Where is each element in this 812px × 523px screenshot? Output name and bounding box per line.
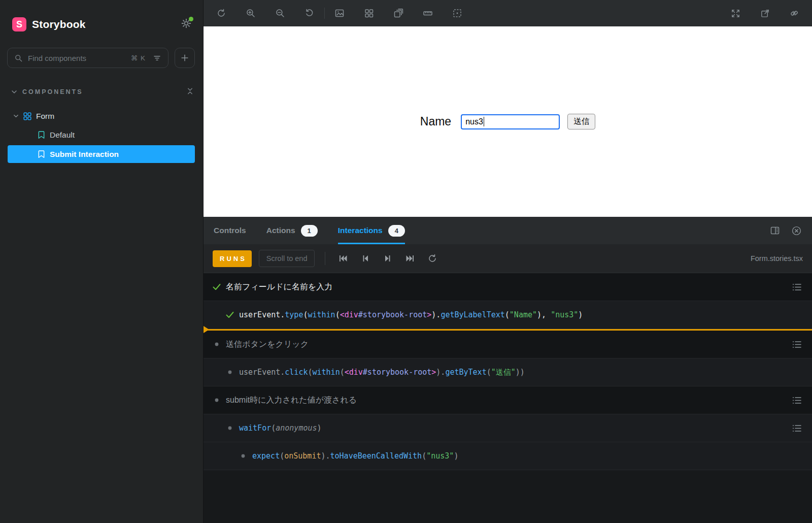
- open-new-tab-button[interactable]: [756, 5, 773, 22]
- chevron-down-icon: [13, 113, 19, 119]
- filter-icon[interactable]: [153, 54, 161, 62]
- components-section-header[interactable]: COMPONENTS: [11, 87, 194, 96]
- fullscreen-icon: [731, 9, 740, 18]
- interaction-row[interactable]: userEvent.type(within(<div#storybook-roo…: [204, 301, 812, 329]
- text-caret: [484, 117, 485, 126]
- backgrounds-icon: [334, 8, 345, 18]
- outline-icon: [452, 8, 462, 18]
- skip-to-end-icon: [405, 253, 415, 264]
- name-input-value: nus3: [465, 117, 483, 126]
- interaction-row[interactable]: 送信ボタンをクリック: [204, 331, 812, 358]
- sidebar-item-default[interactable]: Default: [0, 125, 203, 144]
- interaction-code: expect(onSubmit).toHaveBeenCalledWith("n…: [252, 451, 458, 461]
- tab-interactions[interactable]: Interactions 4: [338, 217, 405, 244]
- interaction-code: waitFor(anonymous): [239, 423, 322, 433]
- add-button[interactable]: [175, 48, 195, 68]
- outline-button[interactable]: [449, 5, 466, 22]
- collapse-icon: [186, 87, 194, 95]
- pending-dot-icon: [238, 451, 248, 461]
- tree-item-label: Form: [36, 112, 54, 121]
- main-area: Name nus3 送信 Controls Actions 1 Intera: [203, 0, 812, 523]
- tab-actions[interactable]: Actions 1: [266, 217, 318, 244]
- zoom-in-icon: [246, 8, 256, 18]
- interaction-row[interactable]: userEvent.click(within(<div#storybook-ro…: [204, 358, 812, 386]
- grid-button[interactable]: [360, 5, 378, 22]
- close-panel-button[interactable]: [791, 225, 802, 236]
- toolbar-divider: [325, 252, 325, 265]
- pending-dot-icon: [212, 395, 222, 405]
- component-grid-icon: [23, 112, 31, 120]
- go-to-start-button[interactable]: [335, 251, 351, 266]
- zoom-reset-icon: [304, 8, 315, 18]
- interactions-list: 名前フィールドに名前を入力userEvent.type(within(<div#…: [204, 273, 812, 470]
- search-icon: [14, 54, 23, 62]
- interaction-label: submit時に入力された値が渡される: [226, 395, 357, 406]
- runs-status-badge: RUNS: [213, 250, 252, 267]
- interaction-row[interactable]: submit時に入力された値が渡される: [204, 386, 812, 414]
- interactions-toolbar: RUNS Scroll to end: [204, 244, 812, 273]
- go-forward-button[interactable]: [380, 251, 395, 266]
- storybook-logo[interactable]: S: [12, 17, 26, 31]
- row-menu-button[interactable]: [792, 424, 802, 432]
- bookmark-icon: [38, 130, 45, 139]
- fullscreen-button[interactable]: [727, 5, 744, 22]
- go-to-end-button[interactable]: [402, 251, 418, 266]
- search-row: Find components ⌘ K: [7, 48, 195, 68]
- measure-button[interactable]: [419, 5, 436, 22]
- interaction-row[interactable]: waitFor(anonymous): [204, 414, 812, 442]
- check-icon: [212, 282, 222, 292]
- row-menu-button[interactable]: [792, 397, 802, 404]
- section-title: COMPONENTS: [22, 88, 83, 95]
- sidebar-header: S Storybook: [0, 0, 203, 31]
- name-label: Name: [420, 115, 451, 128]
- interaction-label: 送信ボタンをクリック: [226, 339, 309, 350]
- close-icon: [791, 225, 802, 236]
- copy-link-button[interactable]: [786, 5, 803, 22]
- rerun-button[interactable]: [425, 251, 440, 266]
- viewport-icon: [393, 8, 403, 18]
- check-icon: [225, 310, 235, 320]
- interaction-row[interactable]: expect(onSubmit).toHaveBeenCalledWith("n…: [204, 442, 812, 470]
- plus-icon: [180, 53, 189, 62]
- row-menu-button[interactable]: [792, 341, 802, 348]
- panel-position-button[interactable]: [770, 225, 780, 236]
- settings-gear-button[interactable]: [181, 18, 192, 31]
- zoom-reset-button[interactable]: [301, 5, 318, 22]
- step-back-icon: [360, 253, 370, 264]
- sidebar: S Storybook: [0, 0, 203, 523]
- skip-to-start-icon: [338, 253, 348, 264]
- scroll-to-end-button[interactable]: Scroll to end: [259, 250, 315, 267]
- story-form: Name nus3 送信: [420, 114, 595, 129]
- zoom-in-button[interactable]: [242, 5, 259, 22]
- zoom-out-button[interactable]: [272, 5, 289, 22]
- go-back-button[interactable]: [358, 251, 373, 266]
- remount-button[interactable]: [213, 5, 230, 22]
- interaction-row[interactable]: 名前フィールドに名前を入力: [204, 273, 812, 301]
- component-tree: Form Default Submit Interaction: [0, 107, 203, 163]
- viewport-button[interactable]: [390, 5, 407, 22]
- playhead-marker: [204, 329, 812, 331]
- backgrounds-button[interactable]: [331, 5, 348, 22]
- search-shortcut: ⌘ K: [131, 54, 146, 62]
- panel-filler: [204, 470, 812, 523]
- search-placeholder: Find components: [28, 54, 86, 62]
- tab-label: Actions: [266, 226, 295, 235]
- tab-controls[interactable]: Controls: [214, 217, 246, 244]
- interaction-label: 名前フィールドに名前を入力: [226, 282, 332, 292]
- row-menu-button[interactable]: [792, 283, 802, 291]
- addons-panel: Controls Actions 1 Interactions 4: [204, 217, 812, 523]
- interaction-code: userEvent.type(within(<div#storybook-roo…: [239, 310, 583, 319]
- sidebar-item-form[interactable]: Form: [0, 107, 203, 125]
- collapse-all-button[interactable]: [186, 87, 194, 96]
- open-new-tab-icon: [760, 9, 770, 18]
- search-input[interactable]: Find components ⌘ K: [7, 48, 168, 68]
- canvas-toolbar: [204, 0, 812, 26]
- notification-dot: [189, 17, 193, 21]
- rerun-icon: [427, 253, 437, 264]
- pending-dot-icon: [225, 367, 235, 377]
- sidebar-item-submit-interaction[interactable]: Submit Interaction: [8, 145, 195, 163]
- tab-label: Controls: [214, 226, 246, 235]
- interaction-code: userEvent.click(within(<div#storybook-ro…: [239, 368, 525, 377]
- name-input[interactable]: nus3: [461, 114, 560, 129]
- submit-button[interactable]: 送信: [567, 114, 595, 129]
